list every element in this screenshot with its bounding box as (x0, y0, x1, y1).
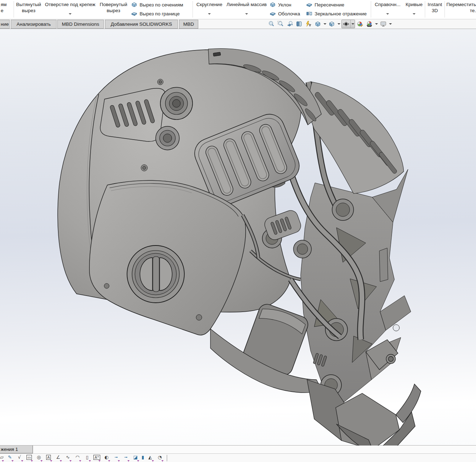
toolbar-divider (167, 455, 167, 461)
motion-study-tab-bar: жения 1 (0, 446, 476, 454)
heads-up-view-toolbar (267, 20, 392, 28)
intersect-button[interactable]: Пересечение (306, 0, 344, 9)
dimxpert-status-button[interactable]: ◪ (131, 454, 140, 462)
previous-view-button[interactable] (286, 20, 294, 28)
zoom-to-fit-button[interactable] (267, 20, 276, 28)
dropdown-caret (161, 460, 164, 462)
apply-scene-icon (366, 20, 373, 28)
hide-show-items-button[interactable] (342, 20, 350, 28)
tab-solidworks-addins[interactable]: Добавления SOLIDWORKS (105, 20, 178, 29)
graphics-viewport[interactable] (0, 29, 476, 446)
size-dimension-icon: ▭ (26, 455, 32, 460)
command-tab-strip: ние Анализировать MBD Dimensions Добавле… (0, 19, 476, 29)
edit-appearance-button[interactable] (356, 20, 364, 28)
ear-port[interactable] (127, 245, 184, 303)
motion-study-tab[interactable]: жения 1 (0, 446, 33, 453)
fillet-label: Скругление (196, 1, 222, 8)
angle-dimension-button[interactable]: A° (92, 454, 102, 462)
datum-target-button[interactable]: ◐ (102, 454, 111, 462)
datum-target-icon: ◐ (105, 454, 108, 460)
linear-pattern-label: Линейный массив (227, 1, 267, 8)
balloon-button[interactable]: ◠ (73, 454, 82, 462)
shell-button[interactable]: Оболочка (269, 9, 300, 18)
tab-clipped[interactable]: ние (0, 20, 10, 29)
size-dimension-button[interactable]: ▭ (24, 454, 34, 462)
helmet-model[interactable] (0, 29, 476, 446)
pattern-feature-button[interactable]: ▯ (82, 454, 92, 462)
mirror-button[interactable]: Зеркальное отражение (306, 9, 366, 18)
hide-show-items-dropdown[interactable] (350, 20, 355, 28)
instant3d-button[interactable]: Instant 3D (426, 0, 444, 19)
fillet-dropdown-icon[interactable] (208, 13, 211, 15)
cheek-screw (196, 315, 202, 320)
reference-dropdown-icon[interactable] (386, 13, 389, 15)
tab-mbd-dimensions[interactable]: MBD Dimensions (57, 20, 104, 29)
camera-boss[interactable] (160, 87, 193, 120)
view-orientation-dropdown[interactable] (323, 20, 327, 28)
curves-dropdown-icon[interactable] (413, 13, 416, 15)
geometric-tolerance-button[interactable]: ∠ (53, 454, 63, 462)
hole-wizard-dropdown-icon[interactable] (69, 13, 72, 15)
draft-button[interactable]: Уклон (269, 0, 291, 9)
ribbon-button-clipped-left[interactable]: ям е (0, 0, 13, 19)
dropdown-caret (2, 460, 4, 462)
move-body-button[interactable]: Переместить те. (446, 0, 476, 19)
reference-geometry-button[interactable]: Справочн... (372, 0, 403, 19)
reference-label: Справочн... (375, 1, 400, 8)
smart-dimension-button[interactable]: ✎ (5, 454, 15, 462)
note-button[interactable]: A (44, 454, 53, 462)
view-settings-dropdown[interactable] (388, 20, 392, 28)
display-style-button[interactable] (327, 20, 336, 28)
shell-label: Оболочка (278, 11, 300, 16)
tab-solidworks-addins-label: Добавления SOLIDWORKS (111, 21, 172, 27)
apply-scene-button[interactable] (365, 20, 374, 28)
rear-frame-lattice[interactable] (301, 169, 411, 402)
dropdown-caret (89, 460, 91, 462)
dimxpert-status-icon: ◪ (133, 454, 137, 460)
curves-button[interactable]: Кривые (404, 0, 424, 19)
extruded-cut-button[interactable]: Вытянутый вырез (15, 0, 42, 19)
clipped-icon-button[interactable]: ▱ (0, 454, 5, 462)
dropdown-caret (79, 460, 81, 462)
mbd-bottom-toolbar: ▱ ✎ √ ▭ ◎ A ∠ ∿ ◠ ▯ A° ◐ (0, 454, 476, 462)
draft-icon (269, 1, 276, 8)
geometric-tolerance-icon: ∠ (56, 454, 60, 460)
apply-scene-dropdown[interactable] (374, 20, 378, 28)
tab-mbd[interactable]: MBD (179, 20, 198, 29)
datum-point-button[interactable]: ◔ (155, 454, 165, 462)
hole-wizard-button[interactable]: Отверстие под крепеж (43, 0, 97, 19)
linear-pattern-dropdown-icon[interactable] (245, 13, 248, 15)
datum-button[interactable]: √ (15, 454, 24, 462)
auto-dimension-scheme-button[interactable]: ◎ (34, 454, 44, 462)
zoom-to-fit-icon (268, 20, 275, 28)
note-icon: A (46, 455, 51, 460)
secondary-boss[interactable] (156, 126, 179, 150)
display-style-dropdown[interactable] (337, 20, 341, 28)
smart-dimension-icon: ✎ (8, 454, 12, 460)
surface-finish-button[interactable]: ∿ (63, 454, 73, 462)
connector-b-button[interactable]: ╼ (121, 454, 131, 462)
boundary-cut-button[interactable]: Вырез по границе (131, 9, 180, 18)
dropdown-caret (21, 460, 23, 462)
section-view-button[interactable] (295, 20, 303, 28)
lofted-cut-button[interactable]: Вырез по сечениям (131, 0, 183, 9)
zoom-to-area-button[interactable] (276, 20, 285, 28)
fillet-button[interactable]: Скругление (194, 0, 224, 19)
draft-label: Уклон (278, 2, 291, 8)
linear-pattern-button[interactable]: Линейный массив (225, 0, 268, 19)
eye-icon (343, 20, 350, 28)
connector-a-button[interactable]: ╼ (111, 454, 121, 462)
location-dimension-button[interactable]: ◭ (145, 454, 155, 462)
view-orientation-button[interactable] (314, 20, 322, 28)
intersect-icon (306, 1, 312, 8)
revolved-cut-button[interactable]: Повернутый вырез (98, 0, 129, 19)
annotation-views-button[interactable] (304, 20, 313, 28)
extruded-cut-label2: вырез (22, 8, 35, 14)
tab-clipped-label: ние (1, 21, 9, 27)
angle-dimension-icon: A° (93, 455, 100, 460)
lofted-cut-label: Вырез по сечениям (140, 2, 183, 8)
divider-bar-icon: ▮ (141, 454, 144, 460)
tab-evaluate[interactable]: Анализировать (11, 20, 57, 29)
view-settings-button[interactable] (379, 20, 388, 28)
dropdown-caret (152, 460, 154, 462)
